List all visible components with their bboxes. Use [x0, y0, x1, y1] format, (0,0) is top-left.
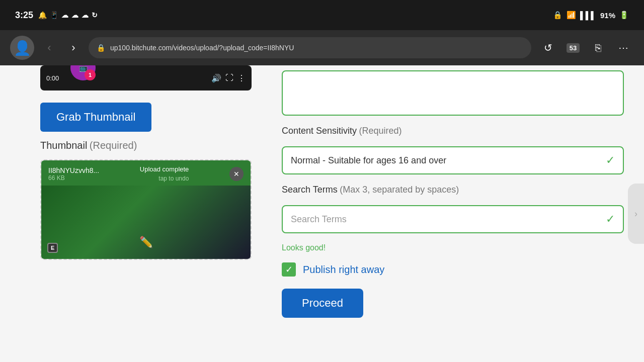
- content-sensitivity-required: (Required): [359, 126, 402, 136]
- clock: 3:25: [15, 10, 33, 21]
- cloud2-icon: ☁: [71, 11, 78, 19]
- status-icons: 🔔 📱 ☁ ☁ ☁ ↻: [38, 11, 98, 19]
- screenshot-icon: 📱: [50, 11, 58, 19]
- wifi-icon: 📶: [567, 11, 576, 20]
- publish-label: Publish right away: [303, 264, 384, 276]
- forward-icon: ›: [71, 41, 75, 54]
- publish-row: ✓ Publish right away: [282, 262, 624, 277]
- content-sensitivity-label-text: Content Sensitivity: [282, 126, 357, 136]
- search-terms-hint: (Max 3, separated by spaces): [340, 185, 459, 195]
- proceed-button[interactable]: Proceed: [282, 289, 363, 318]
- signal-icon: ▌▌▌: [580, 11, 596, 20]
- notification-icon: 🔔: [38, 11, 47, 19]
- close-upload-button[interactable]: ✕: [229, 167, 244, 181]
- cloud-icon: ☁: [61, 11, 68, 19]
- reload-button[interactable]: ↺: [537, 37, 558, 58]
- fullscreen-icon[interactable]: ⛶: [225, 73, 233, 82]
- search-terms-placeholder: Search Terms: [291, 214, 347, 225]
- upload-size: 66 KB: [48, 174, 99, 182]
- video-time: 0:00: [46, 74, 59, 82]
- battery-level: 91%: [600, 11, 615, 20]
- battery-icon: 🔋: [619, 11, 629, 20]
- url-lock-icon: 🔒: [97, 44, 105, 52]
- thumbnail-required-text: (Required): [90, 140, 137, 151]
- content-sensitivity-label: Content Sensitivity (Required): [282, 126, 624, 136]
- tap-to-undo: tap to undo: [158, 175, 189, 182]
- publish-checkbox[interactable]: ✓: [282, 262, 296, 277]
- notification-badge[interactable]: 📺 1: [70, 65, 96, 80]
- video-preview: 0:00 🔊 ⛶ ⋮ 📺 1: [40, 65, 252, 90]
- proceed-label: Proceed: [302, 297, 343, 309]
- search-terms-label-text: Search Terms: [282, 185, 338, 195]
- right-edge-handle[interactable]: ›: [628, 184, 644, 244]
- browser-chrome: 👤 ‹ › 🔒 up100.bitchute.com/videos/upload…: [0, 30, 644, 65]
- rating-badge: E: [47, 243, 58, 253]
- share-button[interactable]: ⎘: [588, 37, 609, 58]
- forward-button[interactable]: ›: [64, 39, 83, 57]
- mute-icon[interactable]: 🔊: [211, 73, 221, 83]
- more-video-icon[interactable]: ⋮: [237, 73, 246, 83]
- content-sensitivity-select[interactable]: Normal - Suitable for ages 16 and over ✓: [282, 146, 624, 174]
- edit-icon[interactable]: ✏️: [139, 236, 153, 249]
- cloud3-icon: ☁: [82, 11, 89, 19]
- search-terms-check-icon: ✓: [606, 213, 615, 226]
- content-sensitivity-value: Normal - Suitable for ages 16 and over: [291, 155, 446, 166]
- upload-filename: II8hNYUzvvh8...: [48, 166, 99, 174]
- url-text: up100.bitchute.com/videos/upload/?upload…: [110, 44, 523, 52]
- sync-icon: ↻: [92, 11, 98, 19]
- thumbnail-label-text: Thumbnail: [40, 140, 87, 151]
- status-left: 3:25 🔔 📱 ☁ ☁ ☁ ↻: [15, 10, 98, 21]
- grab-thumbnail-label: Grab Thumbnail: [56, 111, 135, 123]
- video-controls: 🔊 ⛶ ⋮: [211, 73, 246, 83]
- search-terms-label: Search Terms (Max 3, separated by spaces…: [282, 185, 624, 195]
- tab-count: 53: [567, 43, 580, 53]
- browser-avatar[interactable]: 👤: [10, 36, 34, 60]
- right-panel: Content Sensitivity (Required) Normal - …: [272, 65, 644, 362]
- upload-notification: II8hNYUzvvh8... 66 KB Upload complete ta…: [41, 160, 251, 187]
- browser-actions: ↺ 53 ⎘ ⋯: [537, 37, 634, 58]
- back-button[interactable]: ‹: [40, 39, 58, 57]
- thumbnail-section-label: Thumbnail (Required): [40, 140, 252, 151]
- status-bar: 3:25 🔔 📱 ☁ ☁ ☁ ↻ 🔒 📶 ▌▌▌ 91% 🔋: [0, 0, 644, 30]
- checkbox-check-icon: ✓: [285, 264, 293, 275]
- main-content: 0:00 🔊 ⛶ ⋮ 📺 1 Grab Thumbnail Thumbnail …: [0, 65, 644, 362]
- more-button[interactable]: ⋯: [613, 37, 634, 58]
- lock-status-icon: 🔒: [553, 11, 562, 20]
- thumbnail-upload-area[interactable]: II8hNYUzvvh8... 66 KB Upload complete ta…: [40, 159, 252, 260]
- left-panel: 0:00 🔊 ⛶ ⋮ 📺 1 Grab Thumbnail Thumbnail …: [0, 65, 272, 362]
- upload-complete-text: Upload complete: [140, 165, 189, 173]
- badge-count: 1: [85, 69, 96, 80]
- status-right: 🔒 📶 ▌▌▌ 91% 🔋: [553, 11, 629, 20]
- description-textarea[interactable]: [282, 70, 624, 116]
- looks-good-text: Looks good!: [282, 243, 624, 252]
- back-icon: ‹: [47, 41, 51, 54]
- content-sensitivity-check-icon: ✓: [606, 154, 615, 167]
- upload-info: II8hNYUzvvh8... 66 KB: [48, 166, 99, 182]
- chevron-right-icon: ›: [634, 209, 637, 219]
- tab-count-button[interactable]: 53: [562, 37, 584, 58]
- search-terms-input-wrapper[interactable]: Search Terms ✓: [282, 205, 624, 233]
- grab-thumbnail-button[interactable]: Grab Thumbnail: [40, 103, 151, 132]
- url-bar[interactable]: 🔒 up100.bitchute.com/videos/upload/?uplo…: [89, 37, 531, 58]
